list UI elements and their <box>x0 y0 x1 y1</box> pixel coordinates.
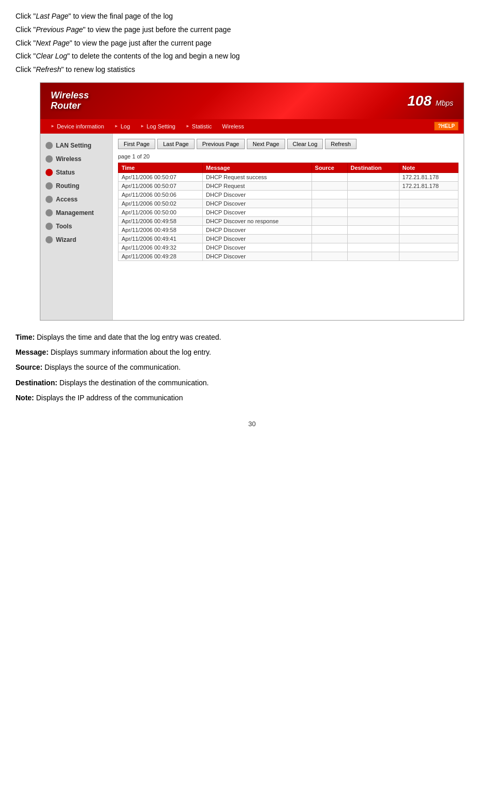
cell-note: 172.21.81.178 <box>399 181 458 190</box>
cell-note: 172.21.81.178 <box>399 172 458 181</box>
cell-source <box>312 190 347 199</box>
desc-message: Message: Displays summary information ab… <box>16 346 488 359</box>
cell-destination <box>347 208 399 216</box>
sidebar-item-status[interactable]: Status <box>40 166 112 179</box>
sidebar-item-wizard[interactable]: Wizard <box>40 233 112 247</box>
cell-note <box>399 216 458 225</box>
nav-statistic[interactable]: ► Statistic <box>181 119 217 134</box>
sidebar-label: Wizard <box>56 236 76 243</box>
cell-message: DHCP Discover no response <box>203 216 312 225</box>
col-message: Message <box>203 163 312 172</box>
last-page-button[interactable]: Last Page <box>157 139 195 149</box>
intro-line-5: Click "Refresh" to renew log statistics <box>16 64 488 76</box>
first-page-button[interactable]: First Page <box>118 139 155 149</box>
sidebar-label: Wireless <box>56 155 81 163</box>
cell-time: Apr/11/2006 00:49:28 <box>118 252 203 260</box>
term-clear-log: Clear Log <box>36 52 67 60</box>
bullet-icon <box>46 236 53 243</box>
cell-time: Apr/11/2006 00:49:32 <box>118 243 203 252</box>
nav-log[interactable]: ► Log <box>109 119 135 134</box>
cell-message: DHCP Request <box>203 181 312 190</box>
page-number: 30 <box>16 420 488 428</box>
cell-note <box>399 208 458 216</box>
intro-line-1: Click "Last Page" to view the final page… <box>16 10 488 23</box>
cell-source <box>312 216 347 225</box>
router-nav: ► Device information ► Log ► Log Setting… <box>40 119 464 134</box>
cell-note <box>399 252 458 260</box>
cell-message: DHCP Discover <box>203 234 312 243</box>
cell-note <box>399 225 458 234</box>
intro-line-2: Click "Previous Page" to view the page j… <box>16 24 488 36</box>
router-ui: Wireless Router 108 Mbps ► Device inform… <box>40 82 464 321</box>
nav-label: Statistic <box>192 123 212 129</box>
cell-source <box>312 181 347 190</box>
page-info: page 1 of 20 <box>118 153 458 160</box>
col-note: Note <box>399 163 458 172</box>
bullet-icon <box>46 196 53 203</box>
intro-line-4: Click "Clear Log" to delete the contents… <box>16 50 488 63</box>
cell-time: Apr/11/2006 00:50:00 <box>118 208 203 216</box>
sidebar-item-wireless[interactable]: Wireless <box>40 152 112 166</box>
bullet-icon <box>46 142 53 149</box>
table-row: Apr/11/2006 00:49:58DHCP Discover no res… <box>118 216 458 225</box>
logo-line2: Router <box>51 101 89 111</box>
router-speed: 108 Mbps <box>407 93 453 109</box>
sidebar-item-access[interactable]: Access <box>40 193 112 206</box>
nav-device-information[interactable]: ► Device information <box>46 119 109 134</box>
term-refresh: Refresh <box>36 65 61 74</box>
nav-wireless[interactable]: Wireless <box>217 119 249 134</box>
sidebar-item-tools[interactable]: Tools <box>40 220 112 233</box>
cell-time: Apr/11/2006 00:50:02 <box>118 199 203 208</box>
cell-destination <box>347 225 399 234</box>
previous-page-button[interactable]: Previous Page <box>197 139 245 149</box>
cell-message: DHCP Discover <box>203 243 312 252</box>
term-next-page: Next Page <box>36 39 69 47</box>
table-row: Apr/11/2006 00:50:07DHCP Request success… <box>118 172 458 181</box>
refresh-button[interactable]: Refresh <box>325 139 357 149</box>
cell-destination <box>347 243 399 252</box>
cell-note <box>399 199 458 208</box>
sidebar-label: Tools <box>56 223 72 230</box>
sidebar-item-lan-setting[interactable]: LAN Setting <box>40 139 112 152</box>
cell-time: Apr/11/2006 00:50:07 <box>118 172 203 181</box>
table-row: Apr/11/2006 00:49:41DHCP Discover <box>118 234 458 243</box>
cell-destination <box>347 216 399 225</box>
cell-source <box>312 172 347 181</box>
desc-destination: Destination: Displays the destination of… <box>16 376 488 389</box>
nav-log-setting[interactable]: ► Log Setting <box>135 119 181 134</box>
table-row: Apr/11/2006 00:50:00DHCP Discover <box>118 208 458 216</box>
cell-destination <box>347 199 399 208</box>
sidebar-item-management[interactable]: Management <box>40 206 112 220</box>
sidebar-item-routing[interactable]: Routing <box>40 179 112 193</box>
cell-source <box>312 208 347 216</box>
cell-destination <box>347 172 399 181</box>
cell-message: DHCP Request success <box>203 172 312 181</box>
next-page-button[interactable]: Next Page <box>247 139 285 149</box>
cell-time: Apr/11/2006 00:49:58 <box>118 216 203 225</box>
cell-time: Apr/11/2006 00:49:58 <box>118 225 203 234</box>
bullet-icon <box>46 182 53 190</box>
col-time: Time <box>118 163 203 172</box>
cell-source <box>312 234 347 243</box>
nav-arrow-icon: ► <box>140 124 144 128</box>
cell-message: DHCP Discover <box>203 199 312 208</box>
cell-message: DHCP Discover <box>203 225 312 234</box>
nav-label: Device information <box>57 123 104 129</box>
col-source: Source <box>312 163 347 172</box>
nav-label: Log Setting <box>146 123 175 129</box>
nav-arrow-icon: ► <box>114 124 118 128</box>
intro-line-3: Click "Next Page" to view the page just … <box>16 37 488 50</box>
router-body: LAN Setting Wireless Status Routing Acce… <box>40 134 464 320</box>
nav-label: Log <box>121 123 130 129</box>
help-button[interactable]: ?HELP <box>434 122 458 130</box>
nav-arrow-icon: ► <box>186 124 190 128</box>
cell-source <box>312 225 347 234</box>
router-sidebar: LAN Setting Wireless Status Routing Acce… <box>40 134 113 320</box>
sidebar-label: Routing <box>56 182 79 190</box>
clear-log-button[interactable]: Clear Log <box>287 139 323 149</box>
cell-source <box>312 243 347 252</box>
desc-source: Source: Displays the source of the commu… <box>16 361 488 374</box>
router-logo: Wireless Router <box>51 91 89 111</box>
bullet-icon <box>46 155 53 163</box>
router-header: Wireless Router 108 Mbps <box>40 83 464 119</box>
